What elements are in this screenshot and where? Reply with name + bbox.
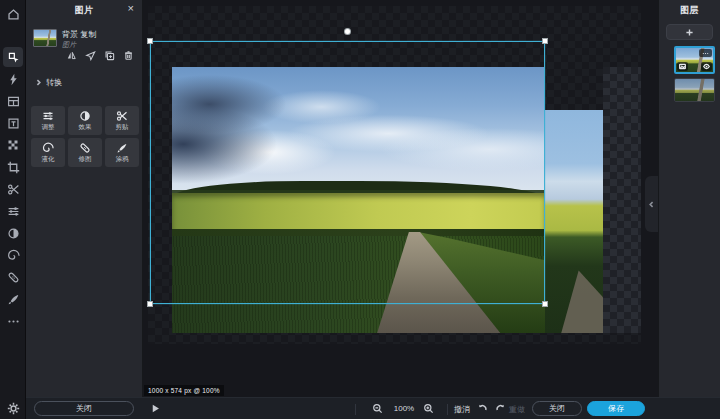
layer-action-row: [64, 48, 135, 62]
toolbar-arrange-button[interactable]: [3, 47, 23, 67]
selection-rotate-handle[interactable]: [344, 28, 351, 35]
pointer-arrange-icon: [7, 51, 20, 64]
redo-arrow-icon: [495, 403, 506, 414]
tool-liquify-button[interactable]: 液化: [31, 138, 65, 167]
play-button[interactable]: [150, 403, 161, 414]
undo-button[interactable]: [477, 403, 488, 414]
selection-handle-bottom-right[interactable]: [542, 301, 548, 307]
contrast-icon: [79, 110, 91, 122]
chevron-right-icon: [35, 79, 42, 86]
transparent-canvas-strip: [603, 67, 641, 333]
close-button[interactable]: 关闭: [532, 401, 582, 416]
toolbar-text-button[interactable]: [3, 113, 23, 133]
tool-grid: 调整 效果 剪贴 液化 修图 涂鸦: [31, 106, 139, 167]
tool-effect-button[interactable]: 效果: [68, 106, 102, 135]
layout-icon: [7, 95, 20, 108]
eye-icon: [703, 63, 710, 70]
toolbar-layout-button[interactable]: [3, 91, 23, 111]
tool-label: 调整: [42, 124, 55, 131]
zoom-level: 100%: [388, 404, 420, 413]
layer-menu-button[interactable]: [699, 49, 712, 57]
bottom-bar: 关闭 100% 撤消 重做 关闭 保存: [26, 397, 720, 419]
undo-arrow-icon: [477, 403, 488, 414]
transform-label: 转换: [46, 77, 62, 88]
scissors-cutout-icon: [7, 183, 20, 196]
tool-draw-button[interactable]: 涂鸦: [105, 138, 139, 167]
duplicate-icon: [104, 50, 115, 61]
arrange-button[interactable]: [83, 48, 97, 62]
tool-label: 液化: [42, 156, 55, 163]
tool-label: 剪贴: [116, 124, 129, 131]
image-properties-panel: 图片 × 背景 复制 图片 转换 调整 效果 剪贴: [26, 0, 143, 397]
toolbar-more-button[interactable]: [3, 311, 23, 331]
selection-bounding-box[interactable]: [150, 41, 545, 304]
tool-label: 涂鸦: [116, 156, 129, 163]
spiral-icon: [42, 142, 54, 154]
trash-icon: [123, 50, 134, 61]
zoom-out-button[interactable]: [372, 403, 383, 414]
background-layer-strip: [545, 110, 603, 333]
tool-label: 修图: [79, 156, 92, 163]
toolbar-home-button[interactable]: [3, 4, 23, 24]
layer-visibility-toggle[interactable]: [701, 62, 712, 71]
layer-thumbnail: [675, 79, 714, 101]
image-badge-icon: [677, 62, 688, 71]
pattern-fill-icon: [7, 139, 19, 151]
flip-button[interactable]: [64, 48, 78, 62]
add-layer-button[interactable]: [666, 24, 713, 40]
layers-panel-title: 图层: [659, 4, 720, 17]
layer-thumbnail: [33, 29, 57, 47]
layer-item-background[interactable]: [674, 78, 715, 102]
tool-label: 效果: [79, 124, 92, 131]
brush-draw-icon: [7, 293, 20, 306]
toolbar-liquify-button[interactable]: [3, 245, 23, 265]
zoom-in-button[interactable]: [423, 403, 434, 414]
duplicate-button[interactable]: [102, 48, 116, 62]
brush-icon: [116, 142, 128, 154]
plus-icon: [685, 28, 694, 37]
tool-cutout-button[interactable]: 剪贴: [105, 106, 139, 135]
panel-close-icon[interactable]: ×: [128, 2, 134, 14]
toolbar-cutout-button[interactable]: [3, 179, 23, 199]
toolbar-shortcuts-button[interactable]: [3, 69, 23, 89]
sliders-icon: [42, 110, 54, 122]
layer-name: 背景 复制: [62, 29, 96, 40]
redo-button[interactable]: [495, 403, 506, 414]
panel-close-button[interactable]: 关闭: [34, 401, 134, 416]
redo-label: 重做: [509, 404, 525, 415]
selection-handle-bottom-left[interactable]: [147, 301, 153, 307]
save-button[interactable]: 保存: [587, 401, 645, 416]
toolbar-retouch-button[interactable]: [3, 267, 23, 287]
canvas-status: 1000 x 574 px @ 100%: [144, 385, 224, 396]
text-icon: [7, 117, 20, 130]
zoom-in-icon: [423, 403, 434, 414]
left-toolbar: [0, 0, 26, 419]
tool-retouch-button[interactable]: 修图: [68, 138, 102, 167]
undo-label[interactable]: 撤消: [454, 404, 470, 415]
image-icon: [679, 63, 686, 70]
gear-settings-icon: [7, 402, 20, 415]
contrast-effect-icon: [7, 227, 20, 240]
path-streak: [545, 110, 603, 333]
layers-panel-collapse-tab[interactable]: [645, 176, 658, 232]
delete-button[interactable]: [121, 48, 135, 62]
tool-adjust-button[interactable]: 调整: [31, 106, 65, 135]
flip-icon: [66, 50, 77, 61]
transform-section-toggle[interactable]: 转换: [31, 74, 137, 91]
home-icon: [7, 8, 20, 21]
toolbar-crop-button[interactable]: [3, 157, 23, 177]
play-icon: [150, 403, 161, 414]
layer-item-selected[interactable]: [674, 46, 715, 74]
sliders-adjust-icon: [7, 205, 20, 218]
photo-editor-app: 图片 × 背景 复制 图片 转换 调整 效果 剪贴: [0, 0, 720, 419]
toolbar-adjust-button[interactable]: [3, 201, 23, 221]
toolbar-fill-button[interactable]: [3, 135, 23, 155]
selection-handle-top-right[interactable]: [542, 38, 548, 44]
settings-button[interactable]: [3, 398, 23, 418]
bandaid-retouch-icon: [7, 271, 20, 284]
toolbar-effect-button[interactable]: [3, 223, 23, 243]
selection-handle-top-left[interactable]: [147, 38, 153, 44]
more-dots-icon: [702, 50, 709, 57]
bandaid-icon: [79, 142, 91, 154]
toolbar-draw-button[interactable]: [3, 289, 23, 309]
